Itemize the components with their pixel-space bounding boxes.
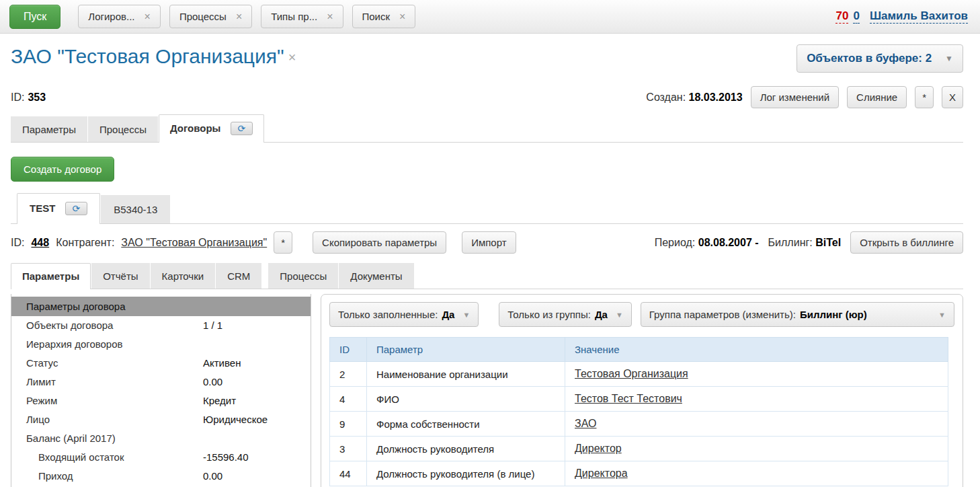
table-row: 44 Должность руководителя (в лице) Дирек… — [330, 461, 948, 486]
chevron-down-icon: ▼ — [945, 54, 953, 63]
filter-label: Только из группы: — [507, 309, 591, 320]
close-icon[interactable]: × — [288, 50, 296, 65]
contract-id-link[interactable]: 448 — [31, 237, 49, 249]
summary-row: Приход 0.00 — [11, 467, 311, 486]
period-value: 08.08.2007 - — [698, 237, 759, 248]
window-tab-product-types[interactable]: Типы пр... × — [261, 5, 343, 28]
tab-section-documents[interactable]: Документы — [339, 263, 413, 289]
import-button[interactable]: Импорт — [462, 231, 516, 254]
summary-row: Баланс (April 2017) — [11, 429, 311, 448]
section-tabbar: Параметры Отчёты Карточки CRM Процессы Д… — [11, 263, 963, 289]
chevron-down-icon: ▼ — [938, 311, 946, 319]
filter-param-group-dropdown[interactable]: Группа параметров (изменить): Биллинг (ю… — [641, 302, 954, 327]
contract-tabbar: TEST ⟳ B5340-13 — [11, 193, 963, 224]
param-value-link[interactable]: Тестовая Организация — [575, 368, 688, 379]
tab-section-processes[interactable]: Процессы — [268, 263, 338, 289]
summary-row: Объекты договора 1 / 1 — [11, 316, 311, 335]
contract-summary-panel: Параметры договора Объекты договора 1 / … — [11, 294, 311, 487]
tab-contract-b5340[interactable]: B5340-13 — [101, 195, 170, 223]
table-header-row: ID Параметр Значение — [330, 338, 948, 362]
buffer-dropdown-label: Объектов в буфере: 2 — [807, 52, 932, 65]
open-billing-button[interactable]: Открыть в биллинге — [850, 231, 963, 254]
buffer-dropdown[interactable]: Объектов в буфере: 2 ▼ — [797, 44, 963, 73]
summary-label: Баланс (April 2017) — [26, 432, 203, 445]
tab-section-parameters[interactable]: Параметры — [11, 263, 91, 289]
table-row: 3 Должность руководителя Директор — [330, 437, 948, 461]
param-id: 44 — [330, 461, 367, 486]
period-text: Период: 08.08.2007 - — [655, 237, 759, 249]
param-id: 4 — [330, 387, 367, 412]
close-icon[interactable]: × — [236, 11, 242, 22]
contract-meta-row: ID: 448 Контрагент: ЗАО "Тестовая Органи… — [11, 231, 963, 254]
summary-label: Объекты договора — [26, 319, 203, 332]
close-object-button[interactable]: X — [942, 86, 963, 108]
filter-filled-dropdown[interactable]: Только заполненные: Да ▼ — [329, 302, 479, 327]
tab-label: B5340-13 — [114, 204, 157, 215]
close-icon[interactable]: × — [327, 11, 333, 22]
window-tab-search[interactable]: Поиск × — [352, 5, 416, 28]
filter-group-only-dropdown[interactable]: Только из группы: Да ▼ — [499, 302, 632, 327]
parameters-table: ID Параметр Значение 2 Наименование орга… — [329, 337, 948, 486]
param-value-link[interactable]: Директор — [575, 443, 622, 454]
window-tab-processes[interactable]: Процессы × — [169, 5, 252, 28]
change-log-button[interactable]: Лог изменений — [751, 86, 839, 108]
param-value-link[interactable]: Тестов Тест Тестович — [575, 393, 682, 404]
tab-processes[interactable]: Процессы — [88, 116, 158, 142]
close-icon[interactable]: × — [399, 11, 405, 22]
red-counter[interactable]: 70 — [835, 9, 848, 24]
summary-value: Кредит — [203, 394, 236, 408]
tab-section-reports[interactable]: Отчёты — [91, 263, 149, 289]
tab-section-cards[interactable]: Карточки — [151, 263, 216, 289]
current-user-link[interactable]: Шамиль Вахитов — [870, 9, 968, 24]
tab-section-crm[interactable]: CRM — [216, 263, 261, 289]
start-button[interactable]: Пуск — [9, 5, 60, 29]
window-tab-label: Логиров... — [88, 11, 134, 22]
created-label: Создан: — [646, 91, 686, 103]
window-tab-logging[interactable]: Логиров... × — [78, 5, 161, 28]
contract-id-label: ID: — [11, 237, 24, 249]
contract-star-button[interactable]: * — [274, 231, 292, 254]
param-value-link[interactable]: Директора — [575, 467, 628, 479]
contragent-link[interactable]: ЗАО "Тестовая Организация" — [121, 237, 267, 249]
tab-contracts[interactable]: Договоры ⟳ — [159, 114, 264, 143]
summary-value: 0.00 — [203, 375, 222, 389]
refresh-icon[interactable]: ⟳ — [65, 202, 88, 215]
window-tab-label: Процессы — [179, 11, 227, 22]
summary-label: Лицо — [26, 413, 203, 426]
summary-row: Иерархия договоров — [11, 335, 311, 354]
create-contract-button[interactable]: Создать договор — [11, 157, 114, 182]
star-button[interactable]: * — [915, 86, 934, 108]
parameters-panel: Только заполненные: Да ▼ Только из групп… — [321, 294, 963, 487]
summary-label: Приход — [26, 470, 203, 483]
column-header-value: Значение — [565, 338, 948, 362]
summary-row: Входящий остаток -15596.40 — [11, 448, 311, 467]
param-name: Форма собственности — [367, 412, 565, 437]
tab-parameters[interactable]: Параметры — [11, 116, 87, 142]
summary-value: Активен — [203, 357, 241, 370]
copy-params-button[interactable]: Скопировать параметры — [313, 231, 446, 254]
summary-label: Статус — [26, 357, 203, 370]
merge-button[interactable]: Слияние — [847, 86, 907, 108]
refresh-icon[interactable]: ⟳ — [231, 122, 253, 135]
close-icon[interactable]: × — [145, 11, 151, 22]
param-name: Должность руководителя (в лице) — [367, 461, 565, 486]
param-id: 2 — [330, 362, 367, 387]
object-tabbar: Параметры Процессы Договоры ⟳ — [11, 114, 963, 143]
param-value-link[interactable]: ЗАО — [575, 418, 596, 429]
summary-value: 0.00 — [203, 470, 222, 483]
summary-value: Юридическое — [203, 413, 268, 426]
summary-value: -15596.40 — [203, 451, 249, 464]
summary-row: Режим Кредит — [11, 391, 311, 410]
blue-counter[interactable]: 0 — [853, 9, 859, 24]
title-row: ЗАО "Тестовая Организация" × Объектов в … — [11, 44, 963, 73]
chevron-down-icon: ▼ — [616, 311, 623, 319]
tab-contract-test[interactable]: TEST ⟳ — [17, 193, 100, 224]
period-label: Период: — [655, 237, 696, 248]
tab-label: CRM — [227, 270, 250, 282]
summary-label: Входящий остаток — [26, 451, 203, 464]
filter-value: Да — [442, 309, 454, 320]
object-id-value: 353 — [28, 91, 46, 104]
summary-value: 1 / 1 — [203, 319, 222, 332]
filter-label: Только заполненные: — [338, 309, 438, 320]
summary-label: Иерархия договоров — [26, 338, 203, 351]
